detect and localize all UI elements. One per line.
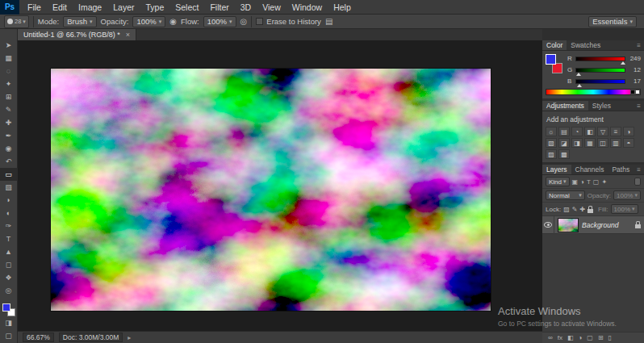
eraser-preset-picker[interactable]: 28 ▾ xyxy=(4,15,29,28)
color-balance-icon[interactable]: ◑ xyxy=(623,127,634,136)
blue-slider[interactable] xyxy=(575,79,625,84)
type-tool[interactable]: T xyxy=(0,232,18,245)
tab-color[interactable]: Color xyxy=(542,40,567,50)
document-canvas[interactable] xyxy=(51,69,491,311)
blur-tool[interactable]: ◗ xyxy=(0,194,18,207)
path-selection-tool[interactable]: ▲ xyxy=(0,245,18,258)
menu-file[interactable]: File xyxy=(22,0,47,15)
pixel-layer-filter-icon[interactable]: ▣ xyxy=(572,178,579,186)
slider-thumb[interactable] xyxy=(621,61,625,65)
layers-opacity-select[interactable]: 100% ▾ xyxy=(613,190,641,200)
link-layers-icon[interactable]: ∞ xyxy=(548,334,553,341)
panel-menu-icon[interactable]: ≡ xyxy=(634,101,644,111)
type-layer-filter-icon[interactable]: T xyxy=(587,178,591,186)
new-adjustment-layer-icon[interactable]: ◑ xyxy=(579,334,583,341)
layer-filter-kind-select[interactable]: Kind ▾ xyxy=(546,177,570,186)
hand-tool[interactable]: ❖ xyxy=(0,271,18,284)
red-slider[interactable] xyxy=(575,56,625,61)
layer-thumbnail[interactable] xyxy=(558,218,579,232)
screen-mode-button[interactable]: ▢ xyxy=(0,329,18,342)
menu-edit[interactable]: Edit xyxy=(47,0,73,15)
layer-row-background[interactable]: Background xyxy=(542,216,644,234)
red-value[interactable]: 249 xyxy=(628,55,641,62)
invert-icon[interactable]: ◫ xyxy=(597,138,608,148)
gradient-tool[interactable]: ▧ xyxy=(0,181,18,194)
white-swatch[interactable] xyxy=(635,90,640,94)
menu-3d[interactable]: 3D xyxy=(235,0,257,15)
airbrush-icon[interactable]: ◎ xyxy=(240,16,248,27)
history-brush-tool[interactable]: ↶ xyxy=(0,155,18,168)
menu-select[interactable]: Select xyxy=(169,0,204,15)
healing-brush-tool[interactable]: ✚ xyxy=(0,116,18,129)
new-group-icon[interactable]: ▢ xyxy=(587,334,593,341)
opacity-select[interactable]: 100% ▾ xyxy=(132,16,165,27)
tab-swatches[interactable]: Swatches xyxy=(567,40,604,50)
hue-saturation-icon[interactable]: ≡ xyxy=(610,127,621,136)
menu-window[interactable]: Window xyxy=(286,0,328,15)
blue-value[interactable]: 17 xyxy=(628,77,641,85)
tab-layers[interactable]: Layers xyxy=(542,165,571,174)
layer-effects-icon[interactable]: fx xyxy=(558,334,562,341)
quick-selection-tool[interactable]: ✦ xyxy=(0,77,18,90)
fill-select[interactable]: 100% ▾ xyxy=(611,204,638,214)
threshold-icon[interactable]: ◓ xyxy=(623,138,634,148)
shape-layer-filter-icon[interactable]: ▢ xyxy=(593,178,600,186)
menu-help[interactable]: Help xyxy=(328,0,357,15)
eyedropper-tool[interactable]: ✎ xyxy=(0,103,18,116)
pen-tool[interactable]: ✑ xyxy=(0,220,18,232)
layer-name[interactable]: Background xyxy=(582,221,632,229)
exposure-icon[interactable]: ◧ xyxy=(584,127,596,136)
photo-filter-icon[interactable]: ◪ xyxy=(558,138,570,148)
gradient-map-icon[interactable]: ▨ xyxy=(546,149,557,159)
foreground-color-swatch[interactable] xyxy=(2,303,10,312)
slider-thumb[interactable] xyxy=(577,84,582,87)
green-slider[interactable] xyxy=(575,68,625,73)
menu-filter[interactable]: Filter xyxy=(204,0,234,15)
erase-to-history-checkbox[interactable]: Erase to History xyxy=(256,17,321,26)
layer-visibility-toggle[interactable] xyxy=(542,216,554,234)
lock-position-icon[interactable]: ✚ xyxy=(579,206,585,213)
marquee-tool[interactable]: ▦ xyxy=(0,52,18,65)
levels-icon[interactable]: ▤ xyxy=(558,127,570,136)
quick-mask-button[interactable]: ◨ xyxy=(0,316,18,329)
color-spectrum-ramp[interactable] xyxy=(546,89,641,95)
crop-tool[interactable]: ⊞ xyxy=(0,90,18,103)
menu-type[interactable]: Type xyxy=(140,0,169,15)
channel-mixer-icon[interactable]: ◨ xyxy=(571,138,583,148)
menu-image[interactable]: Image xyxy=(73,0,107,15)
selective-color-icon[interactable]: ▩ xyxy=(558,149,570,159)
workspace-switcher[interactable]: Essentials ▾ xyxy=(588,16,637,27)
smart-object-filter-icon[interactable]: ✦ xyxy=(601,178,607,186)
color-lookup-icon[interactable]: ▦ xyxy=(584,138,596,148)
panel-menu-icon[interactable]: ≡ xyxy=(634,165,644,174)
green-value[interactable]: 12 xyxy=(628,66,641,73)
foreground-color-swatch[interactable] xyxy=(546,54,556,65)
color-panel-swatches[interactable] xyxy=(546,54,563,77)
lock-transparent-pixels-icon[interactable]: ▨ xyxy=(563,206,570,213)
layer-filter-toggle[interactable] xyxy=(634,178,641,186)
curves-icon[interactable]: ◔ xyxy=(571,127,583,136)
posterize-icon[interactable]: ▥ xyxy=(610,138,621,148)
move-tool[interactable]: ➤ xyxy=(0,39,18,52)
clone-stamp-tool[interactable]: ◉ xyxy=(0,142,18,155)
add-layer-mask-icon[interactable]: ◧ xyxy=(567,334,574,341)
vibrance-icon[interactable]: ▽ xyxy=(597,127,608,136)
new-layer-icon[interactable]: ⊞ xyxy=(598,334,604,341)
black-white-icon[interactable]: ▧ xyxy=(546,138,557,148)
tab-adjustments[interactable]: Adjustments xyxy=(542,101,588,111)
lasso-tool[interactable]: ◌ xyxy=(0,65,18,77)
pressure-opacity-icon[interactable]: ◉ xyxy=(169,16,177,27)
eraser-tool[interactable]: ▭ xyxy=(0,168,18,181)
adjustment-layer-filter-icon[interactable]: ◑ xyxy=(580,178,584,186)
brush-panel-toggle-icon[interactable]: ▤ xyxy=(325,16,332,27)
lock-all-icon[interactable] xyxy=(588,209,593,213)
flow-select[interactable]: 100% ▾ xyxy=(203,16,236,27)
brightness-contrast-icon[interactable]: ☼ xyxy=(546,127,557,136)
lock-image-pixels-icon[interactable]: ✎ xyxy=(572,206,578,213)
menu-view[interactable]: View xyxy=(257,0,286,15)
mode-select[interactable]: Brush ▾ xyxy=(63,16,96,27)
brush-tool[interactable]: ✒ xyxy=(0,129,18,142)
shape-tool[interactable]: ◻ xyxy=(0,258,18,271)
tab-channels[interactable]: Channels xyxy=(571,165,608,174)
zoom-tool[interactable]: ◎ xyxy=(0,284,18,297)
